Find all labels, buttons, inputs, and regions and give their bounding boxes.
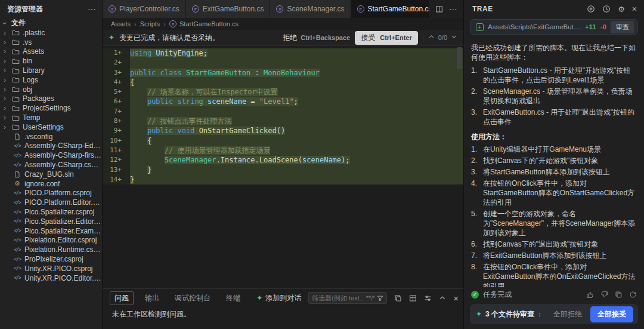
history-icon[interactable] xyxy=(602,5,611,13)
tree-file[interactable]: </>Unity.XR.PICO.csproj xyxy=(0,264,102,273)
tab-playercontroller-cs[interactable]: #PlayerController.cs xyxy=(103,0,186,18)
settings-gear-icon[interactable]: ⚙ xyxy=(618,5,625,13)
tree-file[interactable]: ⚙ignore.conf xyxy=(0,179,102,189)
tree-folder[interactable]: ›Packages xyxy=(0,94,102,104)
table-view-icon[interactable] xyxy=(409,294,417,302)
tab-scenemanager-cs[interactable]: #SceneManager.cs xyxy=(270,0,351,18)
bottom-panel: 问题输出调试控制台终端 ✦ 添加到对话 × xyxy=(103,288,463,329)
tree-file[interactable]: </>Assembly-CSharp-firstpass.csproj xyxy=(0,150,102,160)
code-line: 4+{ xyxy=(103,78,463,87)
tree-folder[interactable]: ›bin xyxy=(0,56,102,66)
tree-file[interactable]: </>PICO.Platform.Editor.csproj xyxy=(0,198,102,207)
line-number: 7+ xyxy=(103,107,130,116)
breadcrumb-item[interactable]: #StartGameButton.cs xyxy=(169,20,239,27)
next-change-icon[interactable] xyxy=(451,33,457,42)
tree-folder-label: Assets xyxy=(23,47,44,56)
tree-file[interactable]: </>Pixelation.Runtime.csproj xyxy=(0,245,102,254)
tree-folder[interactable]: ›obj xyxy=(0,85,102,94)
tree-file[interactable]: </>Assembly-CSharp.csproj xyxy=(0,160,102,170)
code-editor[interactable]: 1+using UnityEngine;2+3+public class Sta… xyxy=(103,46,463,288)
panel-tab-终端[interactable]: 终端 xyxy=(222,292,244,305)
tree-file[interactable]: </>PICO.Platform.csproj xyxy=(0,189,102,198)
panel-tab-问题[interactable]: 问题 xyxy=(110,291,134,305)
chevron-right-icon: › xyxy=(4,47,8,56)
split-editor-icon[interactable] xyxy=(435,5,443,13)
code-text: { xyxy=(130,78,463,87)
folder-icon xyxy=(11,104,20,112)
panel-tab-输出[interactable]: 输出 xyxy=(141,292,163,305)
editor-tabbar: #PlayerController.cs#ExitGameButton.cs#S… xyxy=(103,0,463,18)
changed-file-card[interactable]: + Assets\Scripts\ExitGameButton.cs +11 -… xyxy=(470,19,638,35)
app-window: 资源管理器 ⋯ › 文件 ›.plastic›.vs›Assets›bin›Li… xyxy=(0,0,644,329)
problems-filter-input[interactable] xyxy=(312,294,374,302)
copy-icon[interactable] xyxy=(615,291,623,299)
filter-funnel-icon[interactable] xyxy=(377,295,383,302)
tree-file-label: Pixelation.Runtime.csproj xyxy=(24,245,102,254)
tree-file[interactable]: Crazy_BUG.sln xyxy=(0,170,102,179)
prev-change-icon[interactable] xyxy=(428,33,435,42)
close-panel-icon[interactable]: × xyxy=(453,294,459,303)
line-number: 14+ xyxy=(103,175,130,185)
trae-header: TRAE ⚙ × xyxy=(464,0,644,18)
code-file-icon: </> xyxy=(13,266,21,271)
tree-file[interactable]: </>Pico.Spatializer.csproj xyxy=(0,207,102,217)
tree-file[interactable]: </>ProPixelizer.csproj xyxy=(0,254,102,264)
accept-changes-button[interactable]: 接受 Ctrl+Enter xyxy=(355,31,418,45)
accept-all-button[interactable]: 全部接受 xyxy=(590,306,633,322)
copy-icon[interactable] xyxy=(394,294,402,302)
tree-file[interactable]: </>Assembly-CSharp-Editor.csproj xyxy=(0,142,102,151)
tree-file[interactable]: </>Pico.Spatializer.Editor.csproj xyxy=(0,217,102,226)
breadcrumb-item[interactable]: Scripts xyxy=(140,20,160,27)
tree-folder[interactable]: ›.plastic xyxy=(0,28,102,38)
list-item: 5.创建一个空的游戏对象，命名为"SceneManager"，并将SceneMa… xyxy=(471,209,637,238)
file-icon xyxy=(13,133,21,140)
reject-changes-button[interactable]: 拒绝 Ctrl+Backspace xyxy=(283,33,350,43)
tree-folder[interactable]: ›UserSettings xyxy=(0,122,102,132)
code-line: 11+ // 使用场景管理器加载指定场景 xyxy=(103,146,463,155)
usage-list: 1.在Unity编辑器中打开GameMenu场景2.找到Canvas下的"开始游… xyxy=(471,144,637,287)
explorer-more-icon[interactable]: ⋯ xyxy=(88,4,96,14)
tree-file-label: PICO.Platform.Editor.csproj xyxy=(24,198,102,207)
file-tree: › 文件 ›.plastic›.vs›Assets›bin›Library›Lo… xyxy=(0,18,102,329)
thumbs-down-icon[interactable] xyxy=(600,291,608,299)
tree-folder[interactable]: ›Library xyxy=(0,66,102,75)
add-to-chat-button[interactable]: ✦ 添加到对话 xyxy=(256,293,301,303)
tree-folder[interactable]: ›Temp xyxy=(0,113,102,122)
line-number: 10+ xyxy=(103,136,130,146)
new-chat-icon[interactable] xyxy=(587,5,595,13)
reject-all-button[interactable]: 全部拒绝 xyxy=(553,309,582,319)
maximize-panel-icon[interactable] xyxy=(439,294,446,302)
tab-exitgamebutton-cs[interactable]: #ExitGameButton.cs xyxy=(186,0,271,18)
files-review-bar: ✦ 3 个文件待审查 ↕ 全部拒绝 全部接受 xyxy=(470,304,638,324)
panel-tab-调试控制台[interactable]: 调试控制台 xyxy=(171,292,215,305)
tree-folder[interactable]: ›Assets xyxy=(0,47,102,57)
tree-folder[interactable]: ›ProjectSettings xyxy=(0,103,102,113)
tree-file[interactable]: </>Unity.XR.PICO.Editor.csproj xyxy=(0,273,102,283)
tree-file[interactable]: </>Pico.Spatializer.Example.csproj xyxy=(0,226,102,236)
settings-sliders-icon[interactable] xyxy=(424,294,432,302)
tree-folder[interactable]: ›.vs xyxy=(0,38,102,47)
breadcrumb-item[interactable]: Assets xyxy=(111,20,131,27)
explorer-title: 资源管理器 xyxy=(7,4,43,14)
close-panel-icon[interactable]: × xyxy=(632,5,637,13)
expand-files-icon[interactable]: ↕ xyxy=(538,310,541,318)
tree-file-label: Assembly-CSharp.csproj xyxy=(24,161,102,169)
tree-file[interactable]: </>Pixelation.Editor.csproj xyxy=(0,236,102,245)
tree-file[interactable]: .vsconfig xyxy=(0,132,102,142)
tab-startgamebutton-cs[interactable]: #StartGameButton.cs× xyxy=(351,0,430,18)
tree-folder-label: bin xyxy=(23,57,32,65)
editor-more-icon[interactable]: ⋯ xyxy=(449,4,457,14)
regenerate-icon[interactable] xyxy=(629,291,637,299)
editor-scrollbar[interactable] xyxy=(457,47,462,69)
code-line: 9+ public void OnStartGameClicked() xyxy=(103,126,463,136)
tree-file-label: Pixelation.Editor.csproj xyxy=(24,236,97,244)
folder-icon xyxy=(11,95,20,103)
thumbs-up-icon[interactable] xyxy=(586,291,594,299)
folder-icon xyxy=(11,48,20,56)
tree-folder[interactable]: ›Logs xyxy=(0,75,102,85)
code-file-icon: </> xyxy=(13,247,21,253)
tab-label: StartGameButton.cs xyxy=(368,5,430,13)
review-file-button[interactable]: 审查 xyxy=(611,21,634,33)
tree-root-files[interactable]: › 文件 xyxy=(0,18,102,28)
line-number: 5+ xyxy=(103,87,130,97)
